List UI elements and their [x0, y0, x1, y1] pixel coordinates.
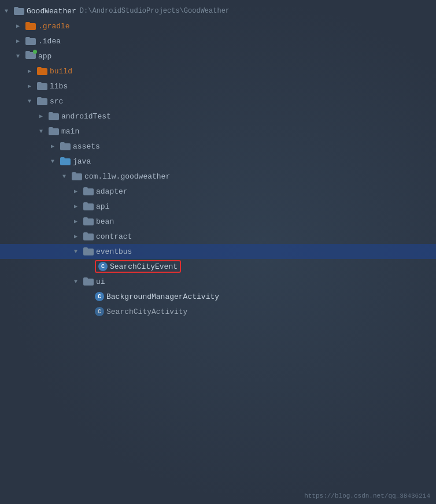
tree-item-idea[interactable]: .idea: [0, 34, 436, 49]
tree-arrow-androidtest[interactable]: [39, 113, 49, 120]
item-label-java: java: [73, 157, 91, 166]
folder-icon-ui: [83, 277, 94, 286]
folder-icon-java: [60, 157, 71, 165]
tree-arrow-src[interactable]: [28, 98, 37, 105]
tree-arrow-java[interactable]: [51, 158, 60, 165]
item-label-adapter: adapter: [96, 187, 128, 196]
item-label-api: api: [96, 202, 109, 211]
file-tree: GoodWeatherD:\AndroidStudioProjects\Good…: [0, 0, 436, 323]
tree-arrow-app[interactable]: [16, 53, 25, 60]
folder-icon-goodweather: [14, 7, 24, 15]
folder-icon-eventbus: [83, 247, 94, 255]
folder-icon-libs: [37, 82, 47, 90]
tree-item-assets[interactable]: assets: [0, 139, 436, 154]
tree-item-build[interactable]: build: [0, 64, 436, 79]
tree-item-searchcityevent[interactable]: CSearchCityEvent: [0, 259, 436, 274]
item-label-goodweather: GoodWeather: [27, 7, 76, 16]
watermark: https://blog.csdn.net/qq_38436214: [304, 492, 430, 499]
tree-item-adapter[interactable]: adapter: [0, 184, 436, 199]
folder-icon-adapter: [83, 187, 94, 195]
item-label-libs: libs: [50, 82, 68, 91]
tree-arrow-build[interactable]: [28, 68, 37, 75]
tree-item-ui[interactable]: ui: [0, 274, 436, 289]
item-label-src: src: [50, 97, 63, 106]
folder-icon-idea: [25, 37, 36, 45]
tree-item-contract[interactable]: contract: [0, 229, 436, 244]
tree-item-com[interactable]: com.llw.goodweather: [0, 169, 436, 184]
folder-icon-build: [37, 67, 47, 75]
folder-icon-com: [72, 172, 82, 180]
tree-arrow-assets[interactable]: [51, 143, 60, 150]
item-label-app: app: [38, 52, 51, 61]
tree-item-bean[interactable]: bean: [0, 214, 436, 229]
item-label-com: com.llw.goodweather: [84, 172, 170, 181]
class-icon: C: [95, 307, 104, 316]
folder-icon-gradle: [25, 22, 36, 30]
tree-arrow-adapter[interactable]: [74, 188, 83, 195]
item-label-build: build: [50, 67, 72, 76]
dot-badge: [33, 50, 37, 54]
folder-icon-api: [83, 202, 94, 210]
project-path: D:\AndroidStudioProjects\GoodWeather: [80, 7, 230, 15]
tree-arrow-main[interactable]: [39, 128, 49, 135]
item-label-assets: assets: [73, 142, 100, 151]
tree-arrow-gradle[interactable]: [16, 23, 25, 29]
tree-item-app[interactable]: app: [0, 49, 436, 64]
item-label-contract: contract: [96, 232, 132, 241]
item-label-eventbus: eventbus: [96, 247, 132, 256]
tree-item-bgmanager[interactable]: CBackgroundManagerActivity: [0, 289, 436, 304]
item-label-bgmanager: BackgroundManagerActivity: [106, 292, 219, 301]
item-label-bean: bean: [96, 217, 114, 226]
tree-item-searchcity2[interactable]: CSearchCityActivity: [0, 304, 436, 319]
folder-icon-bean: [83, 217, 94, 225]
item-label-searchcity2: SearchCityActivity: [106, 307, 187, 316]
folder-icon-assets: [60, 142, 71, 150]
folder-icon-src: [37, 97, 47, 105]
tree-item-main[interactable]: main: [0, 124, 436, 139]
folder-icon-contract: [83, 232, 94, 240]
tree-arrow-eventbus[interactable]: [74, 249, 83, 255]
tree-arrow-com[interactable]: [62, 173, 72, 180]
item-label-idea: .idea: [38, 37, 61, 46]
item-label-searchcityevent: SearchCityEvent: [110, 262, 178, 271]
tree-item-java[interactable]: java: [0, 154, 436, 169]
class-icon: C: [95, 292, 104, 301]
tree-item-androidtest[interactable]: androidTest: [0, 109, 436, 124]
class-icon: C: [98, 262, 108, 271]
tree-arrow-ui[interactable]: [74, 279, 83, 285]
tree-item-libs[interactable]: libs: [0, 79, 436, 94]
tree-arrow-idea[interactable]: [16, 38, 25, 45]
item-label-main: main: [61, 127, 79, 136]
item-label-ui: ui: [96, 277, 105, 286]
tree-arrow-contract[interactable]: [74, 233, 83, 240]
tree-arrow-libs[interactable]: [28, 83, 37, 90]
folder-dot-icon: [25, 51, 36, 61]
tree-item-goodweather[interactable]: GoodWeatherD:\AndroidStudioProjects\Good…: [0, 3, 436, 18]
item-label-androidtest: androidTest: [61, 112, 111, 121]
tree-arrow-goodweather[interactable]: [5, 8, 14, 14]
tree-arrow-bean[interactable]: [74, 218, 83, 225]
highlighted-label: CSearchCityEvent: [95, 260, 181, 273]
tree-item-src[interactable]: src: [0, 94, 436, 109]
item-label-gradle: .gradle: [38, 22, 70, 31]
folder-icon-main: [49, 127, 59, 135]
tree-item-api[interactable]: api: [0, 199, 436, 214]
tree-item-eventbus[interactable]: eventbus: [0, 244, 436, 259]
tree-item-gradle[interactable]: .gradle: [0, 18, 436, 34]
tree-arrow-api[interactable]: [74, 203, 83, 210]
folder-icon-androidtest: [49, 112, 59, 120]
